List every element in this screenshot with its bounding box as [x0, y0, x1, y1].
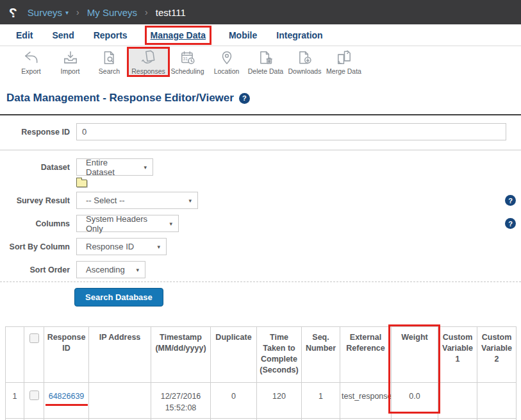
- columns-row: Columns System Headers Only ▾ ?: [0, 215, 521, 232]
- response-id-input[interactable]: [76, 123, 506, 140]
- downloads-icon: [297, 49, 313, 66]
- sort-order-select[interactable]: Ascending ▾: [76, 261, 145, 278]
- annotation-response-id-underline: [45, 404, 88, 406]
- results-table: Response ID IP Address Timestamp (MM/dd/…: [5, 326, 517, 420]
- table-header-row: Response ID IP Address Timestamp (MM/dd/…: [6, 327, 517, 383]
- tab-reports[interactable]: Reports: [84, 30, 137, 40]
- dataset-label: Dataset: [0, 163, 76, 172]
- tab-manage-data[interactable]: Manage Data: [151, 30, 206, 40]
- weight-cell: 0.0: [392, 383, 438, 419]
- sort-order-select-value: Ascending: [86, 265, 125, 274]
- columns-help-icon[interactable]: ?: [505, 218, 516, 229]
- timestamp-date: 12/27/2016: [153, 391, 209, 402]
- toolbar-label: Downloads: [288, 67, 322, 75]
- page-title: Data Management - Response Editor/Viewer: [6, 92, 234, 105]
- survey-result-help-icon[interactable]: ?: [505, 195, 516, 206]
- col-timestamp: Timestamp (MM/dd/yyyy): [151, 327, 211, 383]
- response-id-link[interactable]: 64826639: [49, 392, 85, 401]
- col-custom-variable-2: Custom Variable 2: [477, 327, 517, 383]
- dataset-folder-row: [76, 178, 521, 188]
- custom-variable-2-cell: [477, 383, 517, 419]
- response-editor-form: Response ID Dataset Entire Dataset ▾ Sur…: [0, 123, 521, 307]
- custom-variable-1-cell: [438, 383, 477, 419]
- toolbar-label: Merge Data: [326, 67, 361, 75]
- dataset-select[interactable]: Entire Dataset ▾: [76, 158, 153, 176]
- chevron-down-icon: ▾: [188, 197, 192, 204]
- results-table-wrap: Response ID IP Address Timestamp (MM/dd/…: [0, 326, 521, 420]
- tab-integration[interactable]: Integration: [267, 30, 332, 40]
- folder-icon[interactable]: [76, 180, 87, 187]
- row-index-cell: 1: [6, 383, 24, 419]
- breadcrumb-my-surveys[interactable]: My Surveys: [87, 7, 137, 18]
- survey-result-select-value: -- Select --: [86, 196, 125, 205]
- row-select-cell: [24, 383, 44, 419]
- toolbar-delete-data[interactable]: Delete Data: [246, 49, 285, 75]
- dataset-select-value: Entire Dataset: [86, 158, 137, 177]
- delete-data-icon: [258, 49, 274, 66]
- svg-text:31: 31: [183, 56, 188, 61]
- external-reference-cell: test_response: [340, 383, 392, 419]
- chevron-down-icon: ▾: [144, 164, 147, 171]
- toolbar-import[interactable]: Import: [51, 49, 90, 75]
- chevron-down-icon: ▾: [157, 244, 160, 250]
- col-seq-number: Seq. Number: [302, 327, 340, 383]
- page-root: { "topbar": { "logo_glyph": "?", "breadc…: [0, 0, 521, 420]
- title-help-icon[interactable]: ?: [239, 93, 250, 104]
- questionpro-logo-icon[interactable]: ?: [9, 6, 17, 19]
- toolbar-scheduling[interactable]: 31 Scheduling: [168, 49, 207, 75]
- duplicate-cell: 0: [211, 383, 257, 419]
- main-nav-tabbar: Edit Send Reports Manage Data Mobile Int…: [0, 24, 521, 46]
- page-title-row: Data Management - Response Editor/Viewer…: [0, 81, 521, 114]
- dataset-row: Dataset Entire Dataset ▾: [0, 158, 521, 176]
- breadcrumb-current-survey: test111: [156, 7, 186, 18]
- toolbar-label: Location: [214, 67, 240, 75]
- table-row: 1 64826639 12/27/2016 15:52:08 0 120 1 t…: [6, 383, 517, 419]
- toolbar-search[interactable]: Search: [90, 49, 129, 75]
- response-id-row: Response ID: [0, 123, 521, 140]
- columns-select[interactable]: System Headers Only ▾: [76, 215, 179, 232]
- survey-result-select[interactable]: -- Select -- ▾: [76, 192, 198, 209]
- toolbar-downloads[interactable]: Downloads: [285, 49, 324, 75]
- export-icon: [23, 49, 40, 66]
- toolbar-label: Responses: [131, 67, 165, 75]
- seq-number-cell: 1: [302, 383, 340, 419]
- form-divider: [0, 149, 521, 151]
- toolbar-merge-data[interactable]: Merge Data: [324, 49, 363, 75]
- columns-label: Columns: [0, 219, 76, 228]
- toolbar-location[interactable]: Location: [207, 49, 246, 75]
- tab-send[interactable]: Send: [42, 30, 83, 40]
- survey-result-row: Survey Result -- Select -- ▾ ?: [0, 192, 521, 209]
- tab-edit[interactable]: Edit: [6, 30, 42, 40]
- merge-data-icon: [336, 49, 352, 66]
- sort-by-select-value: Response ID: [86, 242, 134, 251]
- annotation-manage-data-box: Manage Data: [147, 28, 210, 43]
- top-header-bar: ? Surveys ▾ › My Surveys › test111: [0, 0, 521, 24]
- title-divider: [0, 114, 521, 115]
- sort-order-row: Sort Order Ascending ▾: [0, 261, 521, 278]
- form-dashed-divider: [0, 281, 521, 282]
- toolbar-export[interactable]: Export: [12, 49, 51, 75]
- select-all-header: [24, 327, 44, 383]
- search-database-button[interactable]: Search Database: [74, 288, 163, 307]
- breadcrumb-surveys[interactable]: Surveys: [28, 7, 62, 18]
- col-response-id: Response ID: [44, 327, 89, 383]
- col-external-reference: External Reference: [340, 327, 392, 383]
- col-ip-address: IP Address: [89, 327, 151, 383]
- toolbar-label: Scheduling: [171, 67, 204, 75]
- row-checkbox[interactable]: [29, 391, 39, 400]
- select-all-checkbox[interactable]: [29, 333, 39, 343]
- col-custom-variable-1: Custom Variable 1: [438, 327, 477, 383]
- timestamp-cell: 12/27/2016 15:52:08: [151, 383, 211, 419]
- breadcrumb-separator-icon: ›: [76, 7, 79, 17]
- toolbar-label: Search: [99, 67, 120, 75]
- toolbar-responses[interactable]: Responses: [129, 49, 168, 75]
- toolbar-label: Export: [21, 67, 40, 75]
- sort-by-select[interactable]: Response ID ▾: [76, 238, 167, 255]
- sort-order-label: Sort Order: [0, 265, 76, 274]
- location-icon: [219, 49, 235, 66]
- surveys-dropdown-caret-icon[interactable]: ▾: [65, 9, 69, 16]
- scheduling-icon: 31: [179, 49, 196, 66]
- tab-mobile[interactable]: Mobile: [219, 30, 267, 40]
- ip-address-cell: [89, 383, 151, 419]
- chevron-down-icon: ▾: [169, 221, 172, 227]
